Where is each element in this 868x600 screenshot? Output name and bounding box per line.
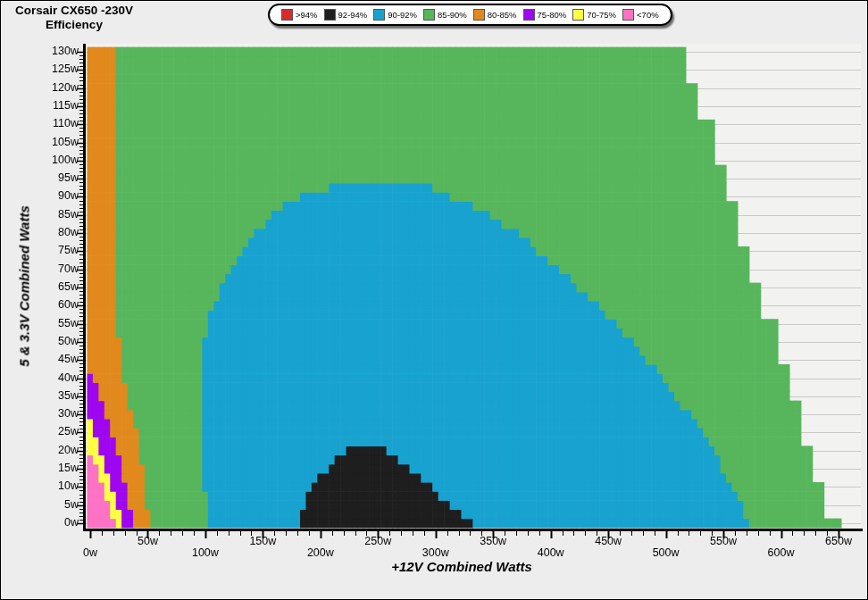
- y-tick-label: 40w: [1, 371, 79, 384]
- y-tick-label: 65w: [1, 280, 79, 293]
- x-tick-label: 150w: [236, 535, 289, 547]
- legend-item: 70-75%: [572, 9, 616, 21]
- legend-item: >94%: [281, 9, 318, 21]
- legend-item: 75-80%: [523, 9, 567, 21]
- legend-swatch: [373, 9, 385, 21]
- legend-label: <70%: [637, 10, 659, 20]
- y-tick-label: 125w: [1, 62, 79, 75]
- y-tick-label: 25w: [1, 425, 79, 438]
- y-tick-label: 20w: [1, 444, 79, 456]
- legend-label: 70-75%: [587, 10, 616, 20]
- chart-title-line1: Corsair CX650 -230V: [6, 4, 142, 18]
- legend-label: 75-80%: [538, 10, 567, 20]
- legend-swatch: [473, 9, 485, 21]
- legend-swatch: [622, 9, 634, 21]
- x-tick-label: 400w: [524, 546, 578, 559]
- y-tick-label: 85w: [1, 208, 79, 221]
- legend-label: 85-90%: [438, 10, 467, 20]
- y-tick-label: 120w: [1, 81, 79, 94]
- y-tick-label: 5w: [1, 498, 79, 511]
- legend-swatch: [423, 9, 435, 21]
- legend-label: 92-94%: [338, 10, 368, 20]
- y-tick-label: 70w: [1, 262, 79, 275]
- x-tick-label: 100w: [179, 546, 232, 559]
- x-tick-label: 300w: [409, 546, 463, 559]
- efficiency-heatmap-canvas: [1, 1, 868, 600]
- y-tick-label: 100w: [1, 154, 79, 166]
- y-tick-label: 95w: [1, 171, 79, 184]
- y-tick-label: 115w: [1, 99, 79, 112]
- legend-label: >94%: [296, 10, 318, 20]
- x-tick-label: 200w: [294, 546, 347, 559]
- y-tick-label: 90w: [1, 189, 79, 202]
- legend-item: <70%: [622, 9, 659, 21]
- y-tick-label: 75w: [1, 244, 79, 256]
- y-tick-label: 35w: [1, 389, 79, 402]
- x-tick-label: 50w: [121, 535, 174, 547]
- legend-swatch: [572, 9, 584, 21]
- x-tick-label: 0w: [63, 546, 117, 559]
- y-tick-label: 105w: [1, 136, 79, 148]
- y-tick-label: 30w: [1, 407, 79, 420]
- y-tick-label: 80w: [1, 226, 79, 238]
- legend-label: 90-92%: [388, 10, 417, 20]
- y-tick-label: 60w: [1, 298, 79, 311]
- legend-swatch: [281, 9, 293, 21]
- legend-label: 80-85%: [488, 10, 517, 20]
- x-tick-label: 350w: [466, 535, 520, 547]
- y-tick-label: 0w: [1, 516, 79, 529]
- y-tick-label: 110w: [1, 117, 79, 129]
- y-tick-label: 55w: [1, 317, 79, 329]
- y-tick-label: 45w: [1, 353, 79, 365]
- y-tick-label: 10w: [1, 479, 79, 492]
- legend-item: 90-92%: [373, 9, 417, 21]
- legend-swatch: [523, 9, 535, 21]
- legend-swatch: [324, 9, 336, 21]
- legend: >94%92-94%90-92%85-90%80-85%75-80%70-75%…: [268, 4, 672, 26]
- chart-title-line2: Efficiency: [6, 18, 142, 32]
- x-tick-label: 650w: [812, 535, 865, 547]
- x-tick-label: 550w: [697, 535, 750, 547]
- chart-title: Corsair CX650 -230V Efficiency: [6, 4, 142, 32]
- x-tick-label: 250w: [351, 535, 405, 547]
- y-tick-label: 130w: [1, 45, 79, 57]
- y-tick-label: 15w: [1, 462, 79, 474]
- x-tick-label: 500w: [639, 546, 693, 559]
- x-tick-label: 600w: [755, 546, 808, 559]
- legend-item: 85-90%: [423, 9, 467, 21]
- legend-item: 92-94%: [324, 9, 368, 21]
- chart-frame: Corsair CX650 -230V Efficiency >94%92-94…: [0, 0, 868, 600]
- x-tick-label: 450w: [581, 535, 635, 547]
- x-axis-title: +12V Combined Watts: [238, 559, 685, 574]
- legend-item: 80-85%: [473, 9, 517, 21]
- y-tick-label: 50w: [1, 335, 79, 347]
